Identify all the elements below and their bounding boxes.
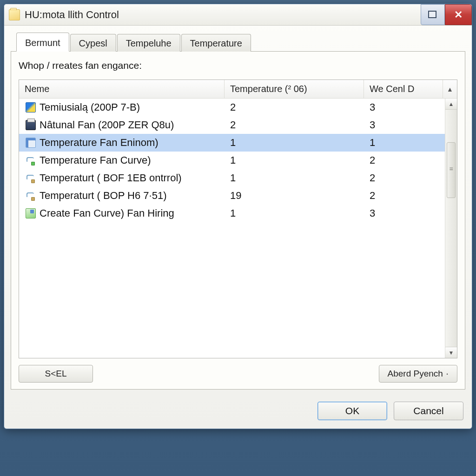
table-row[interactable]: Create Fan Curve) Fan Hiring13	[19, 205, 445, 222]
col-name[interactable]: Neme	[19, 80, 225, 98]
table-row[interactable]: Temiusialą (200P 7-B)23	[19, 99, 445, 116]
row-icon	[26, 120, 36, 130]
fan-list: Neme Temperature (² 06) We Cenl D ▲ Temi…	[19, 79, 457, 358]
dialog-content: Bermunt Cypesl Tempeluhe Temperature Who…	[4, 26, 472, 395]
tab-bermunt[interactable]: Bermunt	[16, 33, 69, 52]
cell-we: 2	[366, 153, 445, 167]
scroll-down-button[interactable]: ▼	[445, 347, 457, 358]
cell-temp: 1	[226, 206, 366, 220]
row-icon	[26, 102, 36, 112]
table-row[interactable]: Temperature Fan Curve)12	[19, 152, 445, 169]
cell-we: 2	[366, 189, 445, 203]
cell-temp: 1	[226, 171, 366, 185]
dialog-window: HU:mota llith Control ✕ Bermunt Cypesl T…	[4, 4, 472, 429]
window-title: HU:mota llith Control	[25, 9, 421, 21]
cell-temp: 1	[226, 153, 366, 167]
ok-button[interactable]: OK	[317, 402, 387, 420]
tab-tempeluhe[interactable]: Tempeluhe	[117, 34, 180, 52]
cell-temp: 1	[226, 136, 366, 150]
dialog-footer: OK Cancel	[4, 395, 472, 429]
row-name-text: Nâtunal Fan (200P ZER Q8u)	[40, 119, 174, 131]
tab-cypesl[interactable]: Cypesl	[70, 34, 116, 52]
cell-name: Temperaturt ( BOP H6 7·51)	[22, 189, 226, 203]
cell-temp: 2	[226, 118, 366, 132]
row-icon	[26, 173, 36, 183]
cell-we: 1	[366, 136, 445, 150]
row-name-text: Create Fan Curve) Fan Hiring	[40, 207, 174, 219]
row-icon	[26, 208, 36, 218]
prompt-label: Whop / rreates fan engance:	[19, 60, 457, 71]
titlebar[interactable]: HU:mota llith Control ✕	[4, 4, 472, 26]
list-body: Temiusialą (200P 7-B)23Nâtunal Fan (200P…	[19, 99, 457, 358]
cell-we: 3	[366, 118, 445, 132]
table-row[interactable]: Nâtunal Fan (200P ZER Q8u)23	[19, 116, 445, 134]
row-name-text: Temperature Fan Curve)	[40, 154, 151, 166]
window-controls: ✕	[421, 4, 472, 25]
row-icon	[26, 155, 36, 165]
row-name-text: Temperaturt ( BOP H6 7·51)	[40, 190, 167, 202]
vertical-scrollbar[interactable]: ▲ ▼	[445, 99, 457, 358]
list-header: Neme Temperature (² 06) We Cenl D ▲	[19, 80, 457, 99]
col-we[interactable]: We Cenl D	[364, 80, 443, 98]
row-icon	[26, 191, 36, 201]
cancel-button[interactable]: Cancel	[394, 402, 463, 420]
skel-button[interactable]: S<EL	[19, 365, 93, 383]
folder-icon	[9, 9, 20, 20]
cell-name: Temperature Fan Eninom)	[22, 136, 226, 150]
tab-temperature[interactable]: Temperature	[181, 34, 251, 52]
cell-we: 2	[366, 171, 445, 185]
tabstrip: Bermunt Cypesl Tempeluhe Temperature	[11, 32, 465, 52]
close-button[interactable]: ✕	[445, 4, 472, 25]
row-name-text: Temiusialą (200P 7-B)	[40, 101, 140, 113]
cell-temp: 2	[226, 100, 366, 114]
maximize-button[interactable]	[421, 4, 445, 25]
scroll-track[interactable]	[445, 110, 457, 347]
row-name-text: Temperature Fan Eninom)	[40, 137, 159, 149]
tab-actions: S<EL Aberd Pyench	[19, 365, 457, 383]
row-icon	[26, 138, 36, 148]
table-row[interactable]: Temperaturt ( BOF 1EB ontrrol)12	[19, 169, 445, 187]
cell-name: Temiusialą (200P 7-B)	[22, 100, 226, 114]
cell-temp: 19	[226, 189, 366, 203]
aberd-pyench-button[interactable]: Aberd Pyench	[379, 365, 457, 383]
scroll-thumb[interactable]	[447, 142, 456, 198]
cell-name: Create Fan Curve) Fan Hiring	[22, 206, 226, 220]
cell-name: Nâtunal Fan (200P ZER Q8u)	[22, 118, 226, 132]
rows-host: Temiusialą (200P 7-B)23Nâtunal Fan (200P…	[19, 99, 445, 358]
col-sort-button[interactable]: ▲	[443, 80, 457, 98]
tab-panel: Whop / rreates fan engance: Neme Tempera…	[11, 52, 465, 390]
cell-name: Temperature Fan Curve)	[22, 153, 226, 167]
row-name-text: Temperaturt ( BOF 1EB ontrrol)	[40, 172, 182, 184]
maximize-icon	[430, 12, 436, 18]
col-temp[interactable]: Temperature (² 06)	[225, 80, 364, 98]
cell-we: 3	[366, 100, 445, 114]
close-icon: ✕	[454, 9, 463, 21]
scroll-up-button[interactable]: ▲	[445, 99, 457, 110]
table-row[interactable]: Temperature Fan Eninom)11	[19, 134, 445, 152]
table-row[interactable]: Temperaturt ( BOP H6 7·51)192	[19, 187, 445, 205]
cell-name: Temperaturt ( BOF 1EB ontrrol)	[22, 171, 226, 185]
cell-we: 3	[366, 206, 445, 220]
